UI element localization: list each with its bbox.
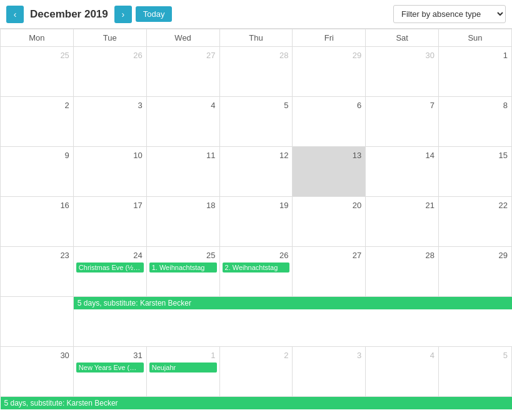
week-row-1: 2345678 (1, 97, 512, 147)
calendar-header: ‹ December 2019 › Today Filter by absenc… (0, 0, 512, 29)
day-number: 21 (368, 199, 436, 212)
day-cell[interactable]: 3 (293, 347, 366, 397)
day-number: 27 (149, 49, 217, 62)
day-cell[interactable]: 4 (366, 347, 439, 397)
days-of-week-row: Mon Tue Wed Thu Fri Sat Sun (1, 29, 512, 47)
day-cell[interactable]: 29 (293, 47, 366, 97)
day-cell[interactable]: 4 (146, 97, 219, 147)
dow-fri: Fri (293, 29, 366, 47)
event-bar[interactable]: Neujahr (149, 362, 217, 372)
day-cell[interactable]: 20 (293, 197, 366, 247)
day-cell[interactable]: 15 (439, 147, 512, 197)
day-cell[interactable]: 19 (219, 197, 293, 247)
day-cell[interactable]: 6 (293, 97, 366, 147)
day-number: 19 (223, 199, 290, 212)
dow-mon: Mon (1, 29, 74, 47)
day-number: 27 (295, 249, 363, 262)
dow-wed: Wed (146, 29, 219, 47)
day-cell[interactable]: 2 (219, 347, 293, 397)
spanning-event-cell[interactable]: 5 days, substitute: Karsten Becker (73, 297, 511, 347)
day-number: 12 (223, 149, 290, 162)
day-number: 31 (76, 349, 144, 362)
day-number: 23 (3, 249, 71, 262)
day-cell[interactable]: 31New Years Eve (½ days) (73, 347, 146, 397)
absence-type-filter[interactable]: Filter by absence type (393, 5, 506, 23)
calendar-table: Mon Tue Wed Thu Fri Sat Sun 252627282930… (0, 29, 512, 420)
day-cell[interactable]: 251. Weihnachtstag (146, 247, 219, 297)
day-cell[interactable]: 5 (439, 347, 512, 397)
day-cell[interactable]: 28 (366, 247, 439, 297)
day-cell[interactable]: 262. Weihnachtstag (219, 247, 293, 297)
day-number: 22 (441, 199, 509, 212)
day-number: 10 (76, 149, 144, 162)
week-row-0: 2526272829301 (1, 47, 512, 97)
day-number: 25 (149, 249, 217, 262)
event-bar[interactable]: New Years Eve (½ days) (76, 362, 144, 372)
day-cell[interactable]: 17 (73, 197, 146, 247)
day-cell[interactable]: 22 (439, 197, 512, 247)
prev-button[interactable]: ‹ (6, 6, 24, 23)
day-number: 17 (76, 199, 144, 212)
event-bar[interactable]: 2. Weihnachtstag (223, 262, 290, 272)
day-cell[interactable]: 27 (293, 247, 366, 297)
spanning-event-row: 5 days, substitute: Karsten Becker (1, 297, 512, 347)
week-row-4: 2324Christmas Eve (½ days)251. Weihnacht… (1, 247, 512, 297)
day-number: 25 (3, 49, 71, 62)
day-cell[interactable]: 21 (366, 197, 439, 247)
day-cell[interactable]: 12 (219, 147, 293, 197)
event-bar[interactable]: Christmas Eve (½ days) (76, 262, 144, 272)
day-number: 5 (223, 99, 290, 112)
day-cell[interactable]: 1Neujahr (146, 347, 219, 397)
dow-thu: Thu (219, 29, 293, 47)
day-number: 28 (368, 249, 436, 262)
day-cell[interactable]: 27 (146, 47, 219, 97)
spanning-event-cell[interactable]: 5 days, substitute: Karsten Becker (1, 397, 512, 421)
day-cell[interactable]: 10 (73, 147, 146, 197)
dow-tue: Tue (73, 29, 146, 47)
day-number: 28 (223, 49, 290, 62)
day-cell[interactable]: 13 (293, 147, 366, 197)
day-cell[interactable]: 14 (366, 147, 439, 197)
day-number: 2 (3, 99, 71, 112)
day-cell[interactable]: 11 (146, 147, 219, 197)
day-cell[interactable]: 23 (1, 247, 74, 297)
week-row-2: 9101112131415 (1, 147, 512, 197)
day-number: 16 (3, 199, 71, 212)
week-row-3: 16171819202122 (1, 197, 512, 247)
day-cell[interactable]: 24Christmas Eve (½ days) (73, 247, 146, 297)
day-number: 1 (149, 349, 217, 362)
dow-sat: Sat (366, 29, 439, 47)
event-bar[interactable]: 1. Weihnachtstag (149, 262, 217, 272)
day-cell[interactable]: 7 (366, 97, 439, 147)
next-button[interactable]: › (114, 6, 132, 23)
day-number: 30 (368, 49, 436, 62)
day-cell[interactable]: 16 (1, 197, 74, 247)
spanning-event-label: 5 days, substitute: Karsten Becker (74, 297, 512, 309)
day-number: 30 (3, 349, 71, 362)
day-cell[interactable]: 3 (73, 97, 146, 147)
day-number: 26 (76, 49, 144, 62)
day-number: 11 (149, 149, 217, 162)
day-cell[interactable]: 30 (1, 347, 74, 397)
day-number: 7 (368, 99, 436, 112)
today-button[interactable]: Today (136, 6, 173, 22)
day-cell[interactable]: 25 (1, 47, 74, 97)
spanning-empty-cell (1, 297, 74, 347)
day-cell[interactable]: 2 (1, 97, 74, 147)
day-cell[interactable]: 5 (219, 97, 293, 147)
day-cell[interactable]: 18 (146, 197, 219, 247)
day-number: 3 (295, 349, 363, 362)
week-row-5: 3031New Years Eve (½ days)1Neujahr2345 (1, 347, 512, 397)
filter-container: Filter by absence type (393, 5, 506, 23)
day-cell[interactable]: 29 (439, 247, 512, 297)
day-number: 29 (295, 49, 363, 62)
day-number: 13 (295, 149, 363, 162)
day-cell[interactable]: 9 (1, 147, 74, 197)
day-number: 14 (368, 149, 436, 162)
day-cell[interactable]: 30 (366, 47, 439, 97)
day-cell[interactable]: 8 (439, 97, 512, 147)
day-cell[interactable]: 26 (73, 47, 146, 97)
day-cell[interactable]: 28 (219, 47, 293, 97)
month-title: December 2019 (30, 8, 108, 21)
day-cell[interactable]: 1 (439, 47, 512, 97)
